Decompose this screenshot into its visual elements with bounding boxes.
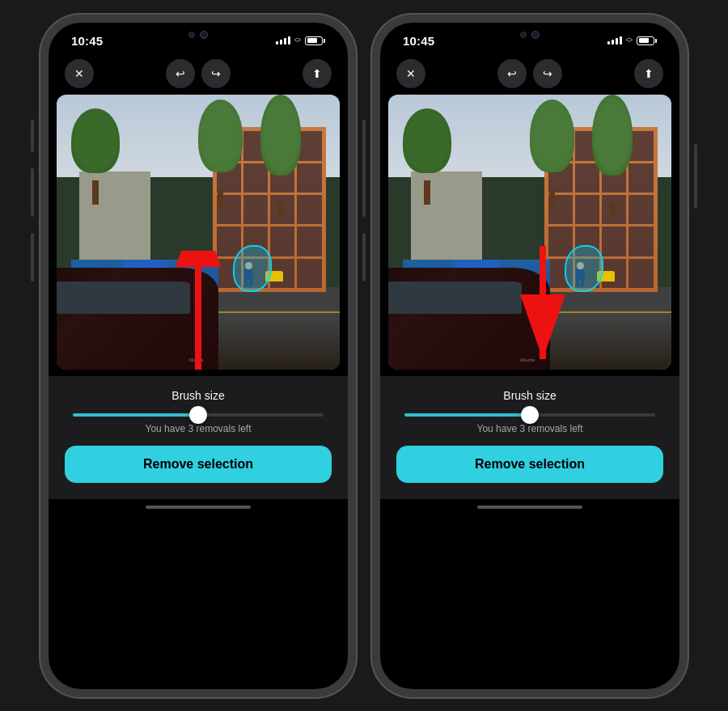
notch-dot-left xyxy=(188,32,195,38)
slider-thumb-left[interactable] xyxy=(189,406,207,424)
redo-icon-right: ↪ xyxy=(543,67,552,80)
status-time-left: 10:45 xyxy=(71,34,103,48)
tree-right-1 xyxy=(403,108,459,205)
silent-switch xyxy=(31,120,34,152)
status-icons-left: ⌔ xyxy=(276,35,325,47)
close-icon-left: ✕ xyxy=(74,67,84,80)
phone-frame-right: 10:45 ⌔ xyxy=(372,15,688,697)
slider-right[interactable] xyxy=(404,413,655,417)
status-time-right: 10:45 xyxy=(403,34,434,48)
undo-button-right[interactable]: ↩ xyxy=(497,59,527,88)
remove-selection-button-right[interactable]: Remove selection xyxy=(396,446,663,483)
car-left: Mazda xyxy=(57,268,218,370)
bottom-panel-right: Brush size You have 3 removals left Remo… xyxy=(380,376,679,499)
silent-switch-right xyxy=(362,120,366,152)
volume-down-button-right xyxy=(362,233,366,281)
notch-left xyxy=(150,23,247,47)
notch-cam-right xyxy=(531,31,540,39)
wifi-icon-left: ⌔ xyxy=(294,35,301,47)
notch-dot-right xyxy=(520,32,527,38)
slider-track-left xyxy=(73,413,324,417)
tree-left-1 xyxy=(71,108,128,205)
notch-cam-left xyxy=(200,31,208,39)
share-icon-left: ⬆ xyxy=(312,67,322,80)
car-right: Mazda xyxy=(388,268,550,370)
volume-down-button xyxy=(31,233,34,281)
phone-frame-left: 10:45 ⌔ xyxy=(40,15,356,697)
phone-screen-left: 10:45 ⌔ xyxy=(49,23,348,689)
brush-selection-right xyxy=(565,245,603,292)
slider-track-right xyxy=(404,413,655,417)
redo-button-right[interactable]: ↪ xyxy=(533,59,562,88)
share-button-right[interactable]: ⬆ xyxy=(634,59,663,88)
slider-fill-right xyxy=(404,413,530,417)
redo-icon-left: ↪ xyxy=(211,67,221,80)
removals-text-right: You have 3 removals left xyxy=(396,423,663,434)
close-button-right[interactable]: ✕ xyxy=(396,59,425,88)
home-indicator-left xyxy=(49,499,348,518)
status-bar-right: 10:45 ⌔ xyxy=(380,23,679,53)
bottom-panel-left: Brush size You have 3 removals left Remo… xyxy=(49,376,348,499)
remove-selection-button-left[interactable]: Remove selection xyxy=(65,446,332,483)
image-area-right[interactable]: CPC Mazda xyxy=(388,95,671,370)
tree-right-2 xyxy=(530,99,581,209)
share-button-left[interactable]: ⬆ xyxy=(303,59,332,88)
slider-left[interactable] xyxy=(73,413,324,417)
phone-left: 10:45 ⌔ xyxy=(40,15,356,697)
wifi-icon-right: ⌔ xyxy=(626,35,633,47)
brush-selection-left xyxy=(233,245,272,292)
close-icon-right: ✕ xyxy=(406,67,416,80)
removals-text-left: You have 3 removals left xyxy=(65,423,332,434)
notch-right xyxy=(481,23,578,47)
slider-fill-left xyxy=(73,413,198,417)
phone-screen-right: 10:45 ⌔ xyxy=(380,23,679,689)
undo-icon-right: ↩ xyxy=(507,67,517,80)
phone-right: 10:45 ⌔ xyxy=(372,15,688,697)
toolbar-left: ✕ ↩ ↪ ⬆ xyxy=(49,53,348,95)
power-button-right xyxy=(694,144,697,209)
status-bar-left: 10:45 ⌔ xyxy=(49,23,348,53)
brush-size-label-right: Brush size xyxy=(396,389,663,402)
signal-bars-right xyxy=(607,36,622,44)
image-area-left[interactable]: CPC Mazda xyxy=(57,95,340,370)
battery-icon-left xyxy=(305,36,325,45)
history-group-right: ↩ ↪ xyxy=(497,59,562,88)
signal-bars-left xyxy=(276,36,290,44)
redo-button-left[interactable]: ↪ xyxy=(201,59,231,88)
home-bar-left xyxy=(146,506,251,509)
slider-thumb-right[interactable] xyxy=(521,406,539,424)
share-icon-right: ⬆ xyxy=(644,67,654,80)
undo-icon-left: ↩ xyxy=(176,67,185,80)
volume-up-button-right xyxy=(362,168,366,217)
tree-left-3 xyxy=(260,95,311,218)
toolbar-right: ✕ ↩ ↪ ⬆ xyxy=(380,53,679,95)
brush-size-label-left: Brush size xyxy=(65,389,332,402)
home-bar-right xyxy=(477,506,582,509)
undo-button-left[interactable]: ↩ xyxy=(166,59,195,88)
tree-right-3 xyxy=(592,95,643,218)
tree-left-2 xyxy=(198,99,249,209)
battery-icon-right xyxy=(637,36,657,45)
status-icons-right: ⌔ xyxy=(607,35,657,47)
home-indicator-right xyxy=(380,499,679,518)
volume-up-button xyxy=(31,168,34,217)
close-button-left[interactable]: ✕ xyxy=(65,59,94,88)
history-group-left: ↩ ↪ xyxy=(166,59,231,88)
